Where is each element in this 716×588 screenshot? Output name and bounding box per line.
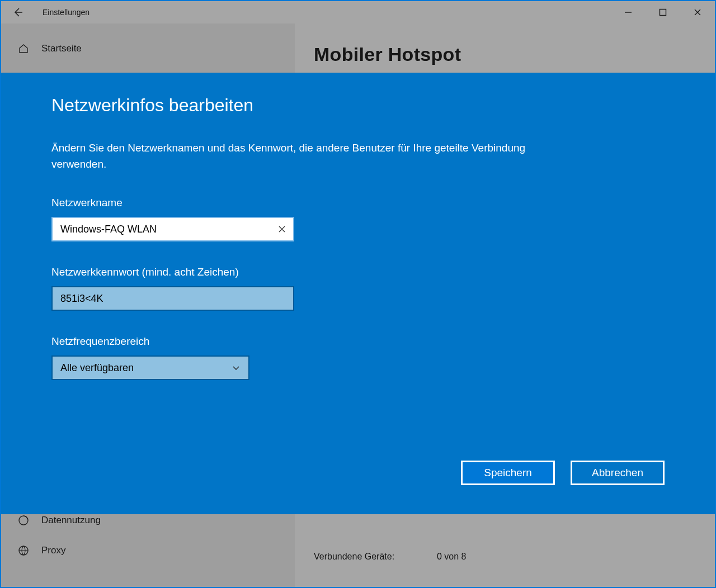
frequency-band-value: Alle verfügbaren [60, 362, 134, 374]
clear-input-button[interactable] [270, 217, 294, 241]
network-name-input[interactable] [51, 217, 294, 241]
settings-window: Einstellungen Startseite Datennutzung [0, 0, 716, 588]
save-button-label: Speichern [484, 467, 532, 479]
frequency-band-select[interactable]: Alle verfügbaren [51, 355, 249, 380]
dialog-actions: Speichern Abbrechen [461, 461, 665, 485]
network-password-value: 851i3<4K [60, 293, 103, 305]
dialog-title: Netzwerkinfos bearbeiten [51, 95, 665, 116]
dialog-description: Ändern Sie den Netzwerknamen und das Ken… [51, 140, 555, 172]
edit-network-info-dialog: Netzwerkinfos bearbeiten Ändern Sie den … [1, 73, 715, 514]
network-password-label: Netzwerkkennwort (mind. acht Zeichen) [51, 266, 665, 278]
cancel-button-label: Abbrechen [592, 467, 643, 479]
network-password-input[interactable]: 851i3<4K [51, 286, 294, 311]
frequency-band-label: Netzfrequenzbereich [51, 335, 665, 348]
chevron-down-icon [232, 363, 241, 372]
save-button[interactable]: Speichern [461, 461, 555, 485]
clear-x-icon [278, 225, 286, 233]
cancel-button[interactable]: Abbrechen [571, 461, 665, 485]
network-name-label: Netzwerkname [51, 197, 665, 209]
network-name-input-wrap [51, 217, 294, 241]
